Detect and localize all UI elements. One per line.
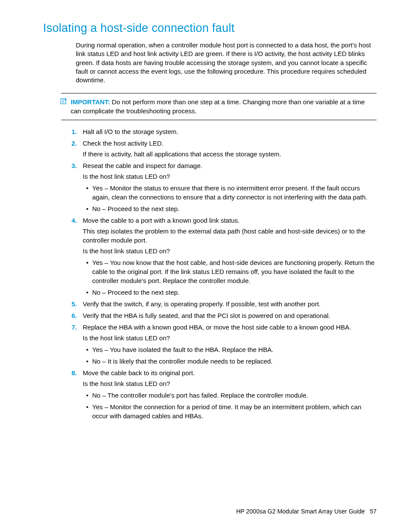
bullet-item: No – Proceed to the next step.	[92, 204, 377, 213]
intro-paragraph: During normal operation, when a controll…	[76, 41, 377, 84]
note-icon	[60, 98, 67, 105]
steps-list: Halt all I/O to the storage system.Check…	[70, 127, 377, 420]
step-subtext: Is the host link status LED on?	[83, 246, 377, 255]
footer-page-number: 57	[370, 508, 377, 515]
step-subtext: Is the host link status LED on?	[83, 379, 377, 388]
step-subtext: This step isolates the problem to the ex…	[83, 227, 377, 245]
step-subtext: Is the host link status LED on?	[83, 172, 377, 181]
step-text: Reseat the cable and inspect for damage.	[83, 161, 377, 170]
bullet-item: No – It is likely that the controller mo…	[92, 357, 377, 366]
step-item: Check the host activity LED.If there is …	[83, 139, 377, 159]
step-text: Halt all I/O to the storage system.	[83, 127, 377, 136]
step-item: Reseat the cable and inspect for damage.…	[83, 161, 377, 213]
important-note: IMPORTANT: Do not perform more than one …	[61, 93, 377, 120]
step-item: Move the cable to a port with a known go…	[83, 216, 377, 297]
note-text: Do not perform more than one step at a t…	[71, 98, 365, 114]
step-item: Halt all I/O to the storage system.	[83, 127, 377, 136]
bullet-list: Yes – Monitor the status to ensure that …	[83, 184, 377, 213]
bullet-item: No – The controller module's port has fa…	[92, 391, 377, 400]
step-text: Move the cable to a port with a known go…	[83, 216, 377, 225]
bullet-list: Yes – You have isolated the fault to the…	[83, 345, 377, 366]
page-footer: HP 2000sa G2 Modular Smart Array User Gu…	[236, 508, 377, 515]
step-text: Replace the HBA with a known good HBA, o…	[83, 323, 377, 332]
step-item: Replace the HBA with a known good HBA, o…	[83, 323, 377, 366]
bullet-list: Yes – You now know that the host cable, …	[83, 258, 377, 297]
footer-title: HP 2000sa G2 Modular Smart Array User Gu…	[236, 508, 365, 515]
step-item: Move the cable back to its original port…	[83, 368, 377, 420]
bullet-list: No – The controller module's port has fa…	[83, 391, 377, 420]
bullet-item: Yes – You have isolated the fault to the…	[92, 345, 377, 354]
bullet-item: Yes – Monitor the status to ensure that …	[92, 184, 377, 202]
step-subtext: If there is activity, halt all applicati…	[83, 149, 377, 159]
section-heading: Isolating a host-side connection fault	[43, 22, 377, 35]
step-subtext: Is the host link status LED on?	[83, 333, 377, 342]
bullet-item: Yes – Monitor the connection for a perio…	[92, 402, 377, 420]
step-text: Verify that the HBA is fully seated, and…	[83, 311, 377, 320]
step-text: Check the host activity LED.	[83, 139, 377, 148]
step-text: Verify that the switch, if any, is opera…	[83, 299, 377, 308]
bullet-item: Yes – You now know that the host cable, …	[92, 258, 377, 285]
note-label: IMPORTANT:	[71, 98, 110, 106]
step-item: Verify that the switch, if any, is opera…	[83, 299, 377, 308]
step-item: Verify that the HBA is fully seated, and…	[83, 311, 377, 320]
document-page: Isolating a host-side connection fault D…	[0, 0, 411, 532]
bullet-item: No – Proceed to the next step.	[92, 288, 377, 297]
step-text: Move the cable back to its original port…	[83, 368, 377, 377]
